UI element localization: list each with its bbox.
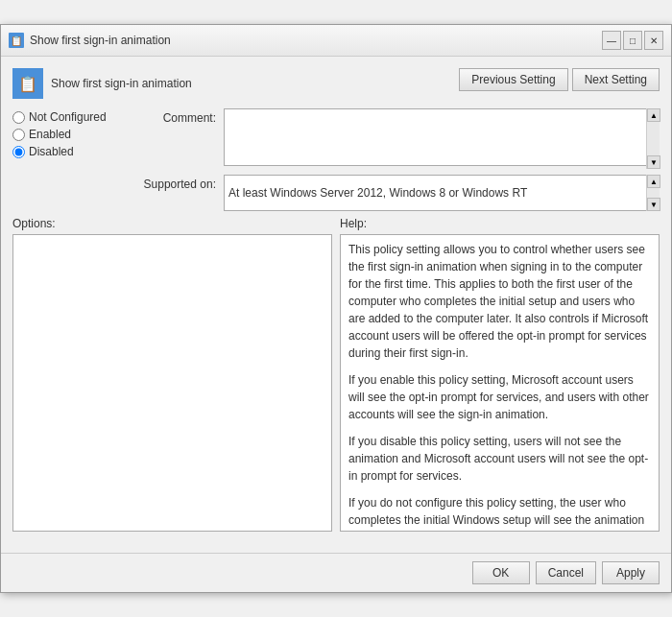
next-setting-button[interactable]: Next Setting (572, 68, 660, 91)
help-paragraph-4: If you do not configure this policy sett… (348, 494, 651, 532)
policy-dialog: 📋 Show first sign-in animation — □ ✕ 📋 S… (0, 24, 672, 593)
comment-scroll-up[interactable]: ▲ (647, 108, 660, 122)
comment-label: Comment: (137, 108, 224, 125)
bottom-bar: OK Cancel Apply (1, 553, 671, 592)
help-paragraph-1: This policy setting allows you to contro… (348, 241, 651, 362)
policy-icon: 📋 (12, 68, 43, 99)
window-title: Show first sign-in animation (30, 34, 171, 47)
options-box (12, 234, 332, 532)
help-text: This policy setting allows you to contro… (348, 241, 651, 532)
title-bar-controls: — □ ✕ (602, 31, 663, 50)
header-left: 📋 Show first sign-in animation (12, 68, 192, 99)
comment-scroll-track (647, 122, 660, 155)
help-header: Help: (340, 217, 660, 230)
options-help-row: Options: Help: This policy setting allow… (12, 217, 660, 532)
header-row: 📋 Show first sign-in animation Previous … (12, 68, 660, 99)
help-paragraph-2: If you enable this policy setting, Micro… (348, 371, 651, 423)
radio-disabled[interactable]: Disabled (12, 145, 137, 158)
enabled-label[interactable]: Enabled (29, 128, 71, 141)
supported-scroll-up[interactable]: ▲ (647, 175, 660, 188)
apply-button[interactable]: Apply (602, 561, 660, 584)
options-header: Options: (12, 217, 332, 230)
options-section: Options: (12, 217, 332, 532)
ok-button[interactable]: OK (472, 561, 530, 584)
comment-scrollbar: ▲ ▼ (646, 108, 660, 169)
disabled-label[interactable]: Disabled (29, 145, 74, 158)
supported-scroll-track (647, 188, 660, 198)
supported-row: Supported on: At least Windows Server 20… (137, 175, 660, 211)
radio-section: Not Configured Enabled Disabled (12, 108, 137, 158)
window-icon: 📋 (9, 33, 24, 48)
cancel-button[interactable]: Cancel (536, 561, 596, 584)
supported-scrollbar: ▲ ▼ (646, 175, 660, 211)
disabled-radio[interactable] (12, 146, 25, 158)
header-buttons: Previous Setting Next Setting (459, 68, 660, 91)
comment-textarea[interactable] (224, 108, 660, 166)
comment-wrapper: ▲ ▼ (224, 108, 660, 169)
dialog-content: 📋 Show first sign-in animation Previous … (1, 57, 671, 553)
enabled-radio[interactable] (12, 129, 25, 141)
help-paragraph-3: If you disable this policy setting, user… (348, 433, 651, 485)
radio-enabled[interactable]: Enabled (12, 128, 137, 141)
maximize-button[interactable]: □ (623, 31, 642, 50)
comment-row: Comment: ▲ ▼ (137, 108, 660, 169)
title-bar: 📋 Show first sign-in animation — □ ✕ (1, 25, 671, 57)
upper-layout: Not Configured Enabled Disabled Comment: (12, 108, 660, 211)
right-fields: Comment: ▲ ▼ Supported on: At least (137, 108, 660, 211)
policy-title: Show first sign-in animation (51, 77, 192, 90)
not-configured-label[interactable]: Not Configured (29, 110, 107, 124)
radio-not-configured[interactable]: Not Configured (12, 110, 137, 124)
help-box[interactable]: This policy setting allows you to contro… (340, 234, 660, 532)
supported-wrapper: At least Windows Server 2012, Windows 8 … (224, 175, 660, 211)
minimize-button[interactable]: — (602, 31, 621, 50)
supported-content: At least Windows Server 2012, Windows 8 … (224, 175, 660, 211)
close-button[interactable]: ✕ (644, 31, 663, 50)
supported-scroll-down[interactable]: ▼ (647, 198, 660, 211)
previous-setting-button[interactable]: Previous Setting (459, 68, 567, 91)
not-configured-radio[interactable] (12, 111, 25, 124)
comment-scroll-down[interactable]: ▼ (647, 155, 660, 169)
help-section: Help: This policy setting allows you to … (340, 217, 660, 532)
supported-label: Supported on: (137, 175, 224, 191)
